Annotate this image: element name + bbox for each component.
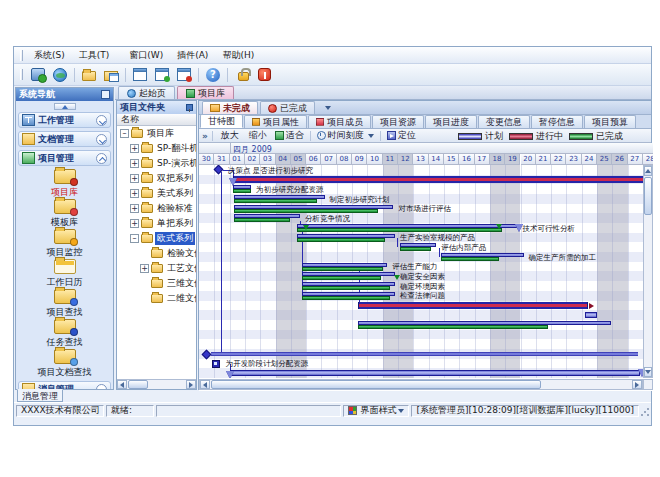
- view-tab[interactable]: 甘特图: [200, 114, 243, 128]
- exit-button[interactable]: [254, 65, 274, 84]
- doc-tab-start-page[interactable]: 起始页: [118, 86, 175, 99]
- tree-hscroll-thumb[interactable]: [128, 380, 148, 389]
- view-tab[interactable]: 项目预算: [584, 115, 636, 128]
- gantt-bar[interactable]: [234, 205, 393, 213]
- gantt-scroll-left-button[interactable]: [200, 380, 210, 389]
- menu-item[interactable]: 插件(A): [170, 49, 215, 61]
- sidebar-scroll-up-button[interactable]: [54, 103, 76, 110]
- expand-icon[interactable]: +: [130, 204, 139, 213]
- gantt-scroll-down-button[interactable]: [644, 367, 652, 377]
- expand-icon[interactable]: +: [130, 159, 139, 168]
- gantt-button-4[interactable]: 定位: [383, 130, 420, 142]
- filter-more-button[interactable]: [321, 102, 333, 114]
- expand-icon[interactable]: +: [130, 174, 139, 183]
- collapse-icon[interactable]: –: [120, 129, 129, 138]
- tree-scroll-right-button[interactable]: [186, 380, 196, 389]
- filter-tab-unfinished[interactable]: 未完成: [202, 101, 258, 114]
- doc-tab-project-library[interactable]: 项目库: [177, 86, 234, 99]
- tree-item[interactable]: –项目库: [117, 126, 196, 141]
- gantt-button-1[interactable]: 缩小: [243, 130, 271, 142]
- tree-column-header[interactable]: 名称: [117, 114, 196, 126]
- chevron-down-icon[interactable]: [96, 384, 107, 391]
- gantt-vscrollbar[interactable]: [643, 165, 653, 378]
- expand-icon[interactable]: +: [130, 144, 139, 153]
- tree-item[interactable]: –欧式系列: [117, 231, 196, 246]
- menu-item[interactable]: 系统(S): [27, 49, 72, 61]
- tree-item[interactable]: 二维文件: [117, 291, 196, 306]
- toolbar-grip[interactable]: [20, 69, 23, 80]
- sidebar-item[interactable]: 模板库: [16, 199, 113, 229]
- gantt-scroll-right-button[interactable]: [632, 380, 642, 389]
- gantt-bar[interactable]: [400, 243, 437, 251]
- tree-hscrollbar[interactable]: [116, 379, 197, 390]
- help-button[interactable]: [203, 65, 223, 84]
- filter-tab-finished[interactable]: 已完成: [260, 101, 315, 114]
- milestone-square[interactable]: [212, 360, 220, 368]
- tree-item[interactable]: +工艺文件: [117, 261, 196, 276]
- view-tab[interactable]: 暂停信息: [531, 115, 583, 128]
- tree-item[interactable]: 三维文件: [117, 276, 196, 291]
- pin-icon[interactable]: [185, 104, 193, 112]
- ui-style-button[interactable]: 界面样式: [343, 405, 409, 417]
- gantt-hscroll-thumb[interactable]: [211, 380, 541, 389]
- gantt-bar[interactable]: [302, 272, 395, 280]
- expand-icon[interactable]: +: [130, 219, 139, 228]
- sidebar-group-collapsed[interactable]: 文档管理: [18, 131, 111, 147]
- lock-button[interactable]: [232, 65, 252, 84]
- window-button[interactable]: [130, 65, 150, 84]
- menu-grip[interactable]: [20, 50, 23, 61]
- gantt-bar[interactable]: [297, 234, 395, 242]
- gantt-button-0[interactable]: 放大: [215, 130, 243, 142]
- sidebar-item[interactable]: 项目文档查找: [16, 349, 113, 379]
- gantt-bar[interactable]: [358, 302, 588, 309]
- menu-item[interactable]: 窗口(W): [122, 49, 170, 61]
- gantt-bar[interactable]: [302, 282, 395, 290]
- sidebar-item[interactable]: 项目库: [16, 169, 113, 199]
- sidebar-item[interactable]: 工作日历: [16, 259, 113, 289]
- sidebar-item[interactable]: 任务查找: [16, 319, 113, 349]
- gantt-hscrollbar[interactable]: [199, 379, 643, 390]
- gantt-vscroll-thumb[interactable]: [644, 177, 652, 215]
- gantt-bar[interactable]: [302, 263, 388, 271]
- gantt-bar[interactable]: [233, 185, 251, 193]
- globe-button[interactable]: [50, 65, 70, 84]
- sidebar-group-expanded[interactable]: 项目管理: [18, 150, 111, 166]
- gantt-bar[interactable]: [234, 214, 300, 222]
- sidebar-collapse-icon[interactable]: [101, 90, 110, 99]
- milestone-diamond[interactable]: [214, 165, 224, 174]
- sidebar-item[interactable]: 项目监控: [16, 229, 113, 259]
- toolbar-overflow-chevron[interactable]: »: [202, 131, 208, 141]
- gantt-bar[interactable]: [358, 321, 611, 329]
- message-panel-tab[interactable]: 消息管理: [17, 389, 63, 402]
- tree-scroll-left-button[interactable]: [117, 380, 127, 389]
- view-tab[interactable]: 项目资源: [372, 115, 424, 128]
- view-tab[interactable]: 项目成员: [308, 115, 371, 128]
- expand-icon[interactable]: +: [130, 189, 139, 198]
- gantt-bar[interactable]: [233, 176, 643, 183]
- menu-item[interactable]: 帮助(H): [215, 49, 261, 61]
- folder-window-button[interactable]: [101, 65, 121, 84]
- chevron-up-icon[interactable]: [96, 153, 107, 164]
- gantt-bar[interactable]: [234, 195, 324, 203]
- view-tab[interactable]: 变更信息: [478, 115, 530, 128]
- gantt-button-2[interactable]: 适合: [271, 130, 308, 142]
- folder-button[interactable]: [79, 65, 99, 84]
- workspace-button[interactable]: [28, 65, 48, 84]
- gantt-bar[interactable]: [230, 370, 640, 376]
- view-tab[interactable]: 项目属性: [244, 115, 307, 128]
- gantt-bar[interactable]: [211, 352, 638, 356]
- sidebar-item[interactable]: 项目查找: [16, 289, 113, 319]
- tree-item[interactable]: +单把系列: [117, 216, 196, 231]
- tree-item[interactable]: +SP-演示机系: [117, 156, 196, 171]
- gantt-bar[interactable]: [441, 253, 524, 261]
- view-tab[interactable]: 项目进度: [425, 115, 477, 128]
- gantt-scroll-up-button[interactable]: [644, 166, 652, 176]
- tree-item[interactable]: 检验文件: [117, 246, 196, 261]
- window-new-button[interactable]: [152, 65, 172, 84]
- tree-item[interactable]: +美式系列: [117, 186, 196, 201]
- expand-icon[interactable]: +: [140, 264, 149, 273]
- resize-grip-icon[interactable]: [640, 407, 650, 417]
- sidebar-group-collapsed[interactable]: 工作管理: [18, 112, 111, 128]
- collapse-icon[interactable]: –: [130, 234, 139, 243]
- chevron-down-icon[interactable]: [96, 115, 107, 126]
